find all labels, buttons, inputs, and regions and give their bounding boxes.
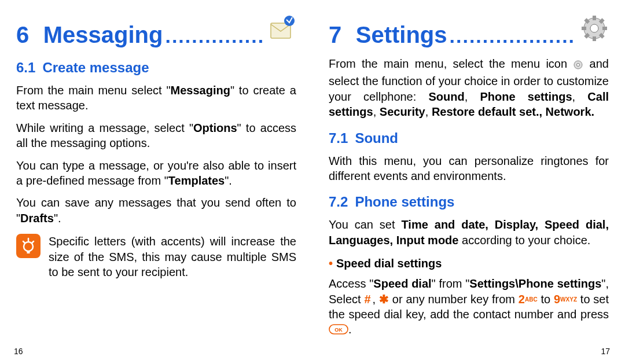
- note: Specific letters (with accents) will inc…: [16, 234, 296, 280]
- section-number: 7.1: [329, 130, 348, 146]
- chapter-title: Settings: [356, 22, 447, 48]
- section-title: Create message: [42, 60, 149, 76]
- page-left: 6 Messaging ......................... 6.…: [0, 0, 312, 364]
- gear-inline-icon: [573, 58, 583, 73]
- ok-key-icon: OK: [329, 323, 348, 338]
- section-6-1-header: 6.1 Create message: [16, 60, 296, 76]
- svg-text:OK: OK: [334, 327, 343, 333]
- section-number: 6.1: [16, 60, 35, 76]
- note-text: Specific letters (with accents) will inc…: [49, 234, 296, 280]
- para: From the main menu select "Messaging" to…: [16, 83, 296, 113]
- section-7-2-header: 7.2 Phone settings: [329, 194, 609, 210]
- chapter-7-header: 7 Settings .............................…: [329, 14, 609, 48]
- chapter-title: Messaging: [43, 22, 163, 48]
- para: While writing a message, select "Options…: [16, 120, 296, 151]
- para: From the main menu, select the menu icon…: [329, 56, 609, 120]
- chapter-6-header: 6 Messaging .........................: [16, 14, 296, 48]
- tip-icon: [16, 234, 41, 258]
- svg-point-16: [577, 64, 580, 67]
- star-key-icon: ✱: [379, 293, 389, 306]
- svg-point-14: [590, 24, 598, 32]
- bullet-icon: •: [329, 257, 333, 270]
- page-number: 16: [14, 347, 23, 356]
- svg-rect-9: [602, 27, 607, 30]
- messaging-icon: [267, 14, 296, 43]
- svg-rect-2: [16, 234, 41, 258]
- svg-rect-7: [593, 36, 596, 41]
- section-title: Sound: [355, 130, 398, 146]
- key-9-icon: 9: [554, 293, 560, 306]
- section-title: Phone settings: [355, 194, 454, 210]
- para: You can type a message, or you're also a…: [16, 158, 296, 189]
- key-2-icon: 2: [519, 293, 525, 306]
- page-number: 17: [601, 347, 610, 356]
- svg-rect-6: [593, 16, 596, 20]
- leader-dots: ...............................: [450, 25, 575, 47]
- chapter-number: 6: [16, 22, 30, 48]
- bullet-speed-dial: • Speed dial settings: [329, 257, 609, 270]
- section-7-1-header: 7.1 Sound: [329, 130, 609, 146]
- svg-rect-4: [27, 251, 30, 253]
- para: You can save any messages that you send …: [16, 195, 296, 226]
- section-number: 7.2: [329, 194, 348, 210]
- settings-gear-icon: [580, 14, 609, 43]
- hash-key-icon: #: [364, 293, 370, 306]
- chapter-number: 7: [329, 22, 342, 48]
- para: With this menu, you can personalize ring…: [329, 153, 609, 184]
- para: Access "Speed dial" from "Settings\Phone…: [329, 276, 609, 338]
- para: You can set Time and date, Display, Spee…: [329, 217, 609, 248]
- page-right: 7 Settings .............................…: [312, 0, 625, 364]
- leader-dots: .........................: [165, 25, 263, 47]
- svg-point-1: [284, 16, 295, 26]
- bullet-title: Speed dial settings: [336, 257, 442, 270]
- svg-rect-8: [582, 27, 586, 30]
